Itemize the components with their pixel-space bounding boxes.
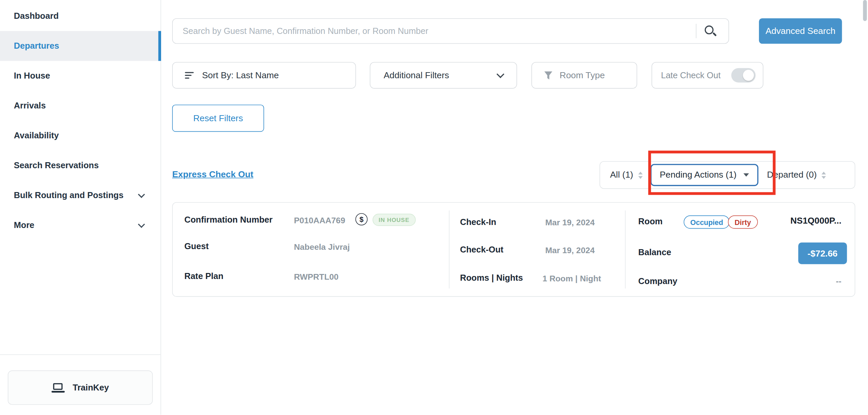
sidebar-item-bulk-routing[interactable]: Bulk Routing and Postings — [0, 181, 160, 210]
reservation-card[interactable]: Confirmation Number P010AAA769 $ IN HOUS… — [172, 202, 855, 297]
sidebar-nav: Dashboard Departures In House Arrivals A… — [0, 1, 160, 240]
guest-value: Nabeela Jivraj — [294, 242, 350, 251]
in-house-badge: IN HOUSE — [373, 214, 415, 226]
sidebar-item-label: Departures — [14, 41, 59, 51]
room-number-value: NS1Q000P... — [790, 216, 841, 226]
check-in-value: Mar 19, 2024 — [545, 217, 594, 227]
sidebar-item-label: Availability — [14, 130, 59, 141]
late-checkout-toggle[interactable] — [732, 68, 756, 83]
sidebar-item-label: Arrivals — [14, 101, 45, 111]
trainkey-button[interactable]: TrainKey — [8, 370, 153, 405]
laptop-icon — [52, 383, 65, 392]
check-out-label: Check-Out — [460, 245, 503, 255]
sidebar-item-search-reservations[interactable]: Search Reservations — [0, 151, 160, 181]
late-checkout-filter: Late Check Out — [651, 62, 763, 89]
check-in-label: Check-In — [460, 217, 496, 227]
sidebar-footer: TrainKey — [0, 355, 160, 415]
departures-status-tabs: All (1) Pending Actions (1) Departed (0) — [599, 161, 855, 189]
reset-filters-button[interactable]: Reset Filters — [172, 105, 264, 132]
search-icon[interactable] — [704, 25, 716, 37]
balance-amount-chip: -$72.66 — [798, 242, 847, 264]
tab-departed-label: Departed (0) — [767, 170, 817, 180]
toggle-knob — [743, 70, 754, 81]
sort-icon — [185, 72, 194, 79]
sidebar-item-label: In House — [14, 71, 50, 81]
column-divider — [449, 210, 450, 289]
tab-departed[interactable]: Departed (0) — [767, 170, 826, 180]
column-divider — [625, 210, 626, 289]
room-status-occupied-badge: Occupied — [684, 215, 730, 229]
room-label: Room — [639, 216, 662, 227]
sidebar-item-more[interactable]: More — [0, 210, 160, 240]
late-checkout-label: Late Check Out — [661, 70, 721, 80]
check-out-value: Mar 19, 2024 — [545, 245, 594, 255]
scrollbar-thumb[interactable] — [863, 0, 867, 21]
rooms-nights-label: Rooms | Nights — [460, 273, 523, 283]
confirmation-number-label: Confirmation Number — [184, 215, 273, 225]
rate-plan-value: RWPRTL00 — [294, 272, 339, 281]
funnel-icon — [544, 71, 553, 80]
sidebar-item-label: More — [14, 220, 34, 230]
sidebar-item-label: Search Reservations — [14, 160, 99, 171]
caret-down-icon — [743, 173, 748, 177]
search-input[interactable] — [172, 18, 729, 43]
sidebar-item-label: Bulk Routing and Postings — [14, 190, 124, 201]
company-value: -- — [836, 276, 841, 286]
sidebar-item-in-house[interactable]: In House — [0, 61, 160, 91]
confirmation-number-value: P010AAA769 — [294, 215, 345, 225]
sort-by-label: Sort By: Last Name — [202, 70, 279, 80]
guest-label: Guest — [184, 241, 209, 251]
chevron-down-icon — [496, 70, 504, 78]
tab-all[interactable]: All (1) — [610, 170, 643, 180]
room-type-filter[interactable]: Room Type — [531, 62, 637, 89]
sidebar-item-dashboard[interactable]: Dashboard — [0, 1, 160, 31]
tab-pending-actions-label: Pending Actions (1) — [660, 170, 737, 180]
tab-pending-actions[interactable]: Pending Actions (1) — [650, 164, 758, 186]
additional-filters-label: Additional Filters — [384, 70, 449, 80]
chevron-down-icon — [138, 221, 145, 228]
tab-all-label: All (1) — [610, 170, 633, 180]
sidebar-item-departures[interactable]: Departures — [0, 31, 160, 61]
rooms-nights-value: 1 Room | Night — [542, 274, 601, 283]
company-label: Company — [639, 276, 677, 287]
balance-label: Balance — [639, 247, 671, 258]
room-type-label: Room Type — [560, 70, 604, 80]
additional-filters-dropdown[interactable]: Additional Filters — [370, 62, 517, 89]
search-bar — [172, 18, 729, 43]
sidebar: Dashboard Departures In House Arrivals A… — [0, 0, 161, 415]
sort-arrows-icon[interactable] — [822, 171, 826, 178]
room-status-dirty-badge: Dirty — [728, 215, 757, 229]
advanced-search-button[interactable]: Advanced Search — [759, 18, 842, 43]
sidebar-item-label: Dashboard — [14, 11, 59, 21]
express-checkout-link[interactable]: Express Check Out — [172, 170, 253, 180]
trainkey-label: TrainKey — [72, 383, 109, 393]
sidebar-item-availability[interactable]: Availability — [0, 121, 160, 151]
departures-page: Dashboard Departures In House Arrivals A… — [0, 0, 868, 415]
sidebar-item-arrivals[interactable]: Arrivals — [0, 91, 160, 121]
chevron-down-icon — [138, 191, 145, 198]
sort-arrows-icon[interactable] — [638, 171, 643, 178]
rate-plan-label: Rate Plan — [184, 271, 223, 281]
sort-by-dropdown[interactable]: Sort By: Last Name — [172, 62, 356, 89]
search-divider — [696, 24, 696, 38]
payment-dollar-icon[interactable]: $ — [355, 213, 368, 225]
